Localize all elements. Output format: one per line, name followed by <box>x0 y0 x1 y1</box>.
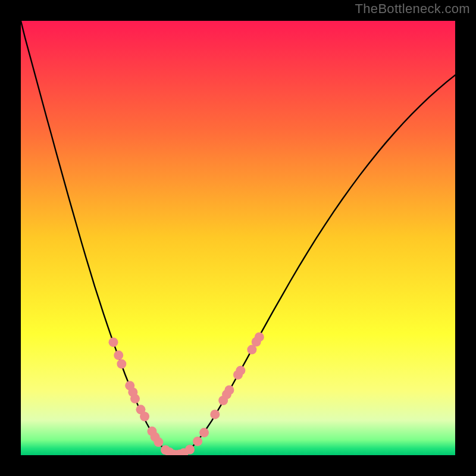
data-point-marker <box>199 428 209 437</box>
data-point-marker <box>210 409 220 419</box>
chart-frame: TheBottleneck.com <box>0 0 476 476</box>
chart-plot-area <box>21 21 455 455</box>
watermark-text: TheBottleneck.com <box>355 1 470 17</box>
data-point-marker <box>185 445 195 455</box>
data-point-marker <box>193 437 202 446</box>
data-point-marker <box>108 337 118 347</box>
data-point-marker <box>114 350 123 360</box>
data-point-marker <box>224 386 234 395</box>
data-point-marker <box>117 359 126 369</box>
chart-svg <box>21 21 455 455</box>
data-point-marker <box>140 412 149 421</box>
gradient-background <box>21 21 455 455</box>
data-point-marker <box>236 366 245 375</box>
data-point-marker <box>255 332 264 342</box>
data-point-marker <box>154 437 163 447</box>
data-point-marker <box>130 394 140 403</box>
